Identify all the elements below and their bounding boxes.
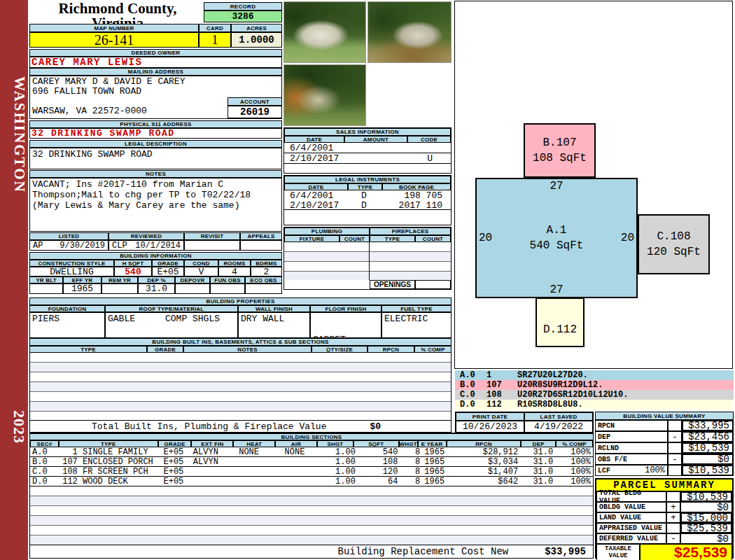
bdrms-value: 2 (251, 267, 282, 276)
roof-label: ROOF TYPE/MATERIAL (105, 305, 238, 312)
dim-bottom: 27 (550, 284, 563, 296)
building-sections-panel: BUILDING SECTIONS SEC# TYPE GRADE EXT FI… (29, 433, 594, 559)
account-label: ACCOUNT (227, 97, 282, 106)
li-bookpage-label: BOOK PAGE (382, 183, 451, 190)
legal-instruments-title: LEGAL INSTRUMENTS (284, 176, 451, 183)
listed-label: LISTED (29, 232, 108, 240)
map-number-label: MAP NUMBER (29, 24, 199, 32)
bi-rpcn-label: RPCN (368, 346, 414, 353)
account-box: ACCOUNT 26019 (227, 97, 282, 118)
fireplace-count-label: COUNT (415, 235, 451, 242)
sketch-b-id: B.107 (542, 135, 576, 150)
listed-date: 9/30/2019 (59, 241, 105, 251)
notes-block: VACANT; Ins #2017-110 from Marian C Thom… (29, 178, 282, 232)
property-photo-1[interactable] (284, 1, 366, 63)
sales-title: SALES INFORMATION (284, 128, 451, 136)
ecoobs-label: ECO OBS (245, 276, 282, 284)
rooms-label: ROOMS (218, 260, 251, 267)
plumbing-count-label: COUNT (340, 235, 370, 242)
property-photo-3[interactable] (284, 64, 366, 126)
sketch-legend: A.0 1 SR27U20L27D20. B.0 107 U20R8SU9R12… (455, 370, 734, 410)
plumbing-fireplaces-panel: PLUMBING FIREPLACES FIXTURE COUNT TYPE C… (284, 227, 451, 290)
hsqft-label: H SQFT (114, 260, 152, 267)
mailing-line-2: 696 FALLIN TOWN ROAD (32, 87, 279, 97)
mailing-address-label: MAILING ADDRESS (29, 68, 282, 76)
parcel-row-deferred: DEFERRED VALUE - $0 (596, 533, 732, 544)
dim-left: 20 (479, 232, 492, 244)
sales-row: 2/10/2017 U (284, 153, 451, 164)
building-information-panel: BUILDING INFORMATION CONSTRUCTION STYLE … (29, 252, 282, 294)
summary-row-lcf: LCF 100% $10,539 (595, 465, 734, 476)
fireplace-type-label: TYPE (370, 235, 415, 242)
legal-instrument-row: 2/10/2017 D 2017 110 (284, 200, 451, 210)
funobs-value (210, 284, 245, 294)
property-photo-2[interactable] (368, 1, 451, 63)
wall-finish-value: DRY WALL (238, 312, 310, 338)
yrblt-value (29, 284, 63, 294)
effyr-label: EFF YR (63, 276, 102, 284)
record-box: RECORD 3286 (204, 2, 282, 22)
listed-by: AP (33, 241, 43, 251)
built-ins-total-label: Total Built Ins, Plumbing & Fireplace Va… (92, 421, 326, 432)
card-value: 1 (199, 32, 231, 48)
reviewed-label: REVIEWED (108, 232, 184, 240)
floor-finish-label: FLOOR FINISH (310, 305, 382, 312)
sketch-section-D: D.112 (536, 298, 584, 347)
foundation-value: PIERS (29, 312, 105, 338)
physical-address-label: PHYSICAL 911 ADDRESS (29, 120, 282, 128)
li-date-label: DATE (284, 183, 348, 190)
remyr-value (102, 284, 138, 294)
county-header: Richmond County, Virginia Commissioner o… (32, 1, 203, 23)
dep-label: DEP % (138, 276, 175, 284)
depovr-label: DEPOVR (175, 276, 210, 284)
deeded-owner-label: DEEDED OWNER (29, 49, 282, 57)
sketch-a-id: A.1 (547, 223, 567, 238)
building-section-row: B.0 107 ENCLOSED PORCH E+05 ALVYN 1.00 1… (30, 457, 593, 467)
sketch-section-C: C.108 120 SqFt (638, 214, 710, 274)
sketch-c-id: C.108 (657, 229, 690, 244)
record-label: RECORD (204, 2, 282, 10)
wall-finish-label: WALL FINISH (238, 305, 310, 312)
bi-type-label: TYPE (29, 346, 147, 353)
rooms-value: 4 (218, 267, 251, 276)
appeals-label: APPEALS (240, 232, 282, 240)
card-label: CARD (199, 24, 231, 32)
building-section-row: D.0 112 WOOD DECK E+05 1.00 64 8 1965 $6… (30, 477, 593, 486)
grade-value: E+05 (152, 267, 184, 276)
openings-label: OPENINGS (370, 280, 415, 289)
taxable-label-1: TAXABLE (605, 545, 631, 552)
plumbing-empty-rows (284, 242, 451, 280)
building-section-row: A.0 1 SINGLE FAMILY E+05 ALVYN NONE NONE… (30, 447, 593, 457)
notes-line-2: Thompson;Mail to chg per TP to T02/22/18 (32, 190, 279, 200)
reviewed-date: 10/1/2014 (135, 241, 181, 251)
building-value-summary-panel: BUILDING VALUE SUMMARY RPCN $33,995 DEP … (595, 412, 734, 476)
print-info-panel: PRINT DATE 10/26/2023 LAST SAVED 4/19/20… (455, 412, 594, 433)
replacement-cost-label: Building Replacement Cost New (338, 546, 509, 557)
dim-top: 27 (550, 180, 563, 192)
revisit-value (184, 240, 240, 251)
parcel-row-appraised: APPRAISED VALUE $25,539 (596, 523, 732, 533)
sidebar: WASHINGTON 2023 (0, 0, 28, 560)
sketch-c-sqft: 120 SqFt (647, 244, 701, 260)
sales-row: 6/4/2001 (284, 143, 451, 153)
parcel-row-obldg: OBLDG VALUE + $0 (596, 502, 732, 512)
openings-value (415, 280, 451, 289)
sales-amount-label: AMOUNT (344, 136, 407, 143)
yrblt-label: YR BLT (29, 276, 63, 284)
parcel-row-bldg: TOTAL BLDG VALUE $10,539 (596, 491, 732, 502)
account-value: 26019 (227, 106, 282, 118)
map-number-value: 26-141 (29, 32, 199, 48)
sales-date-label: DATE (284, 136, 344, 143)
review-header-row: LISTED REVIEWED REVISIT APPEALS (29, 232, 282, 240)
fixture-label: FIXTURE (284, 235, 340, 242)
sketch-section-B: B.107 108 SqFt (524, 123, 596, 178)
hsqft-value: 540 (114, 267, 152, 276)
last-saved-label: LAST SAVED (524, 412, 593, 421)
print-date-value: 10/26/2023 (456, 421, 524, 433)
grade-label: GRADE (152, 260, 184, 267)
notes-label: NOTES (29, 170, 282, 178)
last-saved-value: 4/19/2022 (524, 421, 593, 433)
parcel-row-taxable: TAXABLE VALUE $25,539 (596, 544, 732, 560)
appeals-value (240, 240, 282, 251)
record-value: 3286 (204, 10, 282, 22)
